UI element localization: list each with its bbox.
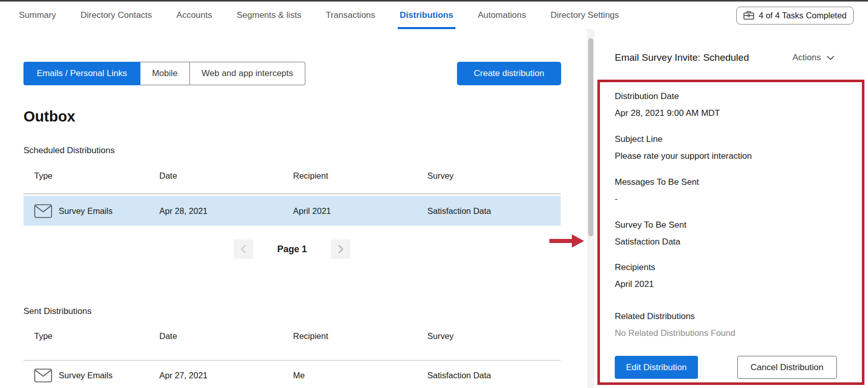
envelope-icon — [34, 369, 52, 382]
distribution-date: Apr 28, 2021 — [159, 206, 293, 216]
column-header-date: Date — [159, 171, 293, 181]
distribution-date: Apr 27, 2021 — [159, 371, 293, 380]
column-header-survey: Survey — [427, 331, 561, 341]
pagination: Page 1 — [23, 239, 561, 259]
page-body: Emails / Personal Links Mobile Web and a… — [0, 29, 868, 388]
nav-tab-transactions[interactable]: Transactions — [326, 2, 375, 29]
segment-mobile[interactable]: Mobile — [140, 62, 190, 85]
field-messages-to-be-sent: Messages To Be Sent - — [615, 177, 699, 187]
chevron-left-icon — [240, 245, 246, 254]
field-related-distributions: Related Distributions No Related Distrib… — [615, 311, 695, 322]
tasks-completed-button[interactable]: 4 of 4 Tasks Completed — [736, 7, 854, 25]
table-divider — [23, 360, 561, 361]
field-survey-to-be-sent: Survey To Be Sent Satisfaction Data — [615, 220, 687, 230]
top-navigation: Summary Directory Contacts Accounts Segm… — [0, 2, 868, 30]
field-label: Subject Line — [615, 134, 663, 144]
field-subject-line: Subject Line Please rate your support in… — [615, 134, 663, 144]
distribution-detail-panel: Email Survey Invite: Scheduled Actions D… — [594, 29, 868, 388]
page-indicator: Page 1 — [277, 244, 307, 255]
sent-distribution-row[interactable]: Survey Emails Apr 27, 2021 Me Satisfacti… — [23, 362, 561, 388]
field-label: Recipients — [615, 262, 655, 273]
scheduled-distribution-row[interactable]: Survey Emails Apr 28, 2021 April 2021 Sa… — [23, 196, 561, 226]
sent-table-header: Type Date Recipient Survey — [23, 331, 561, 341]
column-header-recipient: Recipient — [293, 171, 427, 181]
column-header-type: Type — [23, 171, 159, 181]
field-label: Related Distributions — [615, 311, 695, 322]
table-divider — [23, 193, 561, 195]
chevron-down-icon — [827, 56, 834, 60]
field-distribution-date: Distribution Date Apr 28, 2021 9:00 AM M… — [615, 91, 679, 102]
nav-tab-summary[interactable]: Summary — [19, 2, 56, 29]
actions-dropdown[interactable]: Actions — [792, 53, 834, 63]
previous-page-button[interactable] — [234, 239, 253, 259]
nav-tab-automations[interactable]: Automations — [478, 2, 526, 29]
briefcase-icon — [743, 11, 754, 20]
actions-label: Actions — [792, 53, 821, 63]
chevron-right-icon — [338, 245, 344, 254]
envelope-icon — [34, 204, 52, 218]
nav-tab-segments-lists[interactable]: Segments & lists — [237, 2, 302, 29]
detail-panel-title: Email Survey Invite: Scheduled — [615, 52, 749, 63]
nav-tab-directory-contacts[interactable]: Directory Contacts — [81, 2, 152, 29]
distribution-survey: Satisfaction Data — [427, 206, 561, 216]
segment-web-app-intercepts[interactable]: Web and app intercepts — [190, 62, 305, 85]
nav-tab-distributions[interactable]: Distributions — [400, 2, 453, 29]
distribution-survey: Satisfaction Data — [427, 371, 561, 380]
distribution-type: Survey Emails — [59, 371, 112, 380]
vertical-scrollbar[interactable] — [587, 29, 594, 388]
distribution-recipient: April 2021 — [293, 206, 427, 216]
field-value: Apr 28, 2021 9:00 AM MDT — [615, 108, 720, 118]
field-value: Satisfaction Data — [615, 237, 681, 247]
column-header-recipient: Recipient — [293, 331, 427, 341]
field-value: April 2021 — [615, 279, 654, 289]
segment-emails-personal-links[interactable]: Emails / Personal Links — [23, 62, 140, 85]
field-value: Please rate your support interaction — [615, 151, 752, 161]
distributions-content: Emails / Personal Links Mobile Web and a… — [0, 29, 586, 388]
field-value: - — [615, 194, 618, 204]
nav-tab-directory-settings[interactable]: Directory Settings — [550, 2, 619, 29]
field-recipients: Recipients April 2021 — [615, 262, 655, 273]
page-title: Outbox — [23, 108, 76, 125]
field-label: Survey To Be Sent — [615, 220, 687, 230]
field-value: No Related Distributions Found — [615, 328, 735, 338]
channel-segment-group: Emails / Personal Links Mobile Web and a… — [23, 62, 305, 85]
field-label: Distribution Date — [615, 91, 679, 102]
detail-panel-actions: Edit Distribution Cancel Distribution — [615, 356, 698, 379]
scheduled-table-header: Type Date Recipient Survey — [23, 171, 561, 181]
annotation-highlight-box — [597, 80, 864, 385]
nav-tab-accounts[interactable]: Accounts — [177, 2, 212, 29]
distribution-type: Survey Emails — [59, 206, 112, 216]
tasks-completed-label: 4 of 4 Tasks Completed — [759, 11, 847, 20]
column-header-date: Date — [159, 331, 293, 341]
field-label: Messages To Be Sent — [615, 177, 699, 187]
scrollbar-thumb[interactable] — [588, 38, 593, 236]
create-distribution-button[interactable]: Create distribution — [457, 62, 561, 85]
scheduled-distributions-heading: Scheduled Distributions — [23, 146, 115, 156]
cancel-distribution-button[interactable]: Cancel Distribution — [737, 356, 837, 379]
distribution-recipient: Me — [293, 371, 427, 380]
column-header-survey: Survey — [427, 171, 561, 181]
column-header-type: Type — [23, 331, 159, 341]
next-page-button[interactable] — [331, 239, 350, 259]
sent-distributions-heading: Sent Distributions — [23, 306, 91, 317]
edit-distribution-button[interactable]: Edit Distribution — [615, 356, 698, 379]
